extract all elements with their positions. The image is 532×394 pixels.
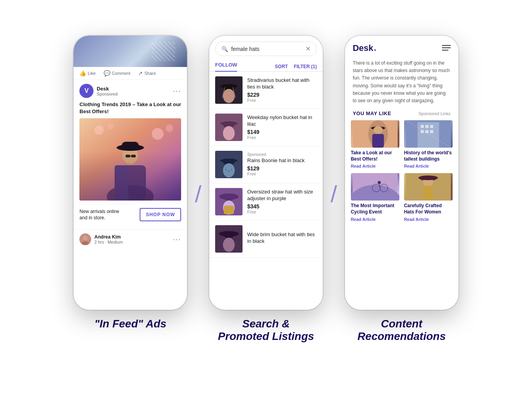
menu-line-2 — [442, 47, 451, 48]
product-price-4: $345 — [247, 203, 317, 210]
fb-more-dots[interactable]: ··· — [173, 87, 181, 95]
search-input-value: female hats — [231, 46, 302, 52]
product-sponsored-3: Sponsored — [247, 152, 317, 157]
desk-logo-dot: . — [374, 42, 376, 54]
product-name-3: Rains Boonie hat in black — [247, 157, 317, 164]
phone2: 🔍 female hats ✕ FOLLOW SORT FILTER (1) — [209, 36, 323, 310]
product-shipping-2: Free — [247, 135, 317, 140]
you-may-like-title: YOU MAY LIKE — [353, 110, 391, 116]
product-item-3[interactable]: Sponsored Rains Boonie hat in black $129… — [209, 146, 323, 183]
product-info-2: Weekday nylon bucket hat in lilac $149 F… — [247, 114, 317, 140]
rec-image-2 — [404, 120, 453, 148]
tab-follow[interactable]: FOLLOW — [215, 62, 237, 72]
desk-logo-text: Desk — [353, 43, 374, 53]
rec-item-2[interactable]: History of the world's tallest buildings… — [404, 120, 453, 168]
svg-point-33 — [231, 169, 232, 170]
phone3-wrapper: Desk. There is a lot of exciting stuff g… — [345, 36, 458, 343]
rec-read-4[interactable]: Read Article — [404, 217, 453, 222]
svg-rect-41 — [224, 232, 234, 238]
svg-rect-7 — [115, 165, 128, 201]
you-may-like-header: YOU MAY LIKE Sponsored Links — [345, 110, 458, 120]
svg-point-15 — [83, 236, 88, 240]
rec-read-1[interactable]: Read Article — [351, 164, 399, 168]
comment-icon: 💬 — [104, 70, 110, 76]
product-shipping-3: Free — [247, 172, 317, 176]
product-price-1: $229 — [247, 92, 317, 98]
product-item-2[interactable]: Weekday nylon bucket hat in lilac $149 F… — [209, 109, 323, 146]
search-bar[interactable]: 🔍 female hats ✕ — [215, 42, 317, 56]
phone3: Desk. There is a lot of exciting stuff g… — [345, 36, 458, 310]
separator-2: / — [331, 181, 337, 208]
svg-point-20 — [223, 89, 235, 103]
product-image-4 — [215, 188, 243, 215]
svg-rect-38 — [224, 206, 234, 214]
fb-actions-row: 👍 Like 💬 Comment ↗ Share — [74, 67, 187, 80]
fb-post-footer: New arrivals onlineand in store. SHOP NO… — [79, 204, 181, 225]
product-item-1[interactable]: Stradivarius bucket hat with ties in bla… — [209, 72, 323, 109]
search-icon: 🔍 — [221, 46, 228, 52]
shop-now-button[interactable]: SHOP NOW — [140, 208, 181, 221]
product-item-4[interactable]: Oversized straw hat with size adjuster i… — [209, 183, 323, 220]
svg-point-67 — [418, 175, 438, 180]
woman-hat-svg — [79, 118, 181, 201]
rec-image-1 — [351, 120, 399, 148]
product-name-5: Wide brim bucket hat with ties in black — [247, 231, 317, 245]
svg-rect-6 — [115, 165, 146, 201]
rec-title-1: Take a Look at our Best Offers! — [351, 150, 399, 162]
svg-point-42 — [223, 238, 235, 252]
svg-point-26 — [223, 126, 235, 140]
phone2-content: 🔍 female hats ✕ FOLLOW SORT FILTER (1) — [209, 36, 323, 310]
tab-sort[interactable]: SORT — [275, 64, 288, 69]
product-name-4: Oversized straw hat with size adjuster i… — [247, 189, 317, 202]
svg-point-32 — [228, 170, 230, 172]
rec-item-3[interactable]: The Most Important Cycling Event Read Ar… — [351, 173, 399, 221]
fb-like-action[interactable]: 👍 Like — [79, 70, 95, 76]
svg-point-62 — [377, 181, 381, 184]
phone2-inner: 🔍 female hats ✕ FOLLOW SORT FILTER (1) — [209, 36, 323, 310]
search-clear-button[interactable]: ✕ — [306, 45, 311, 52]
share-label: Share — [144, 71, 156, 76]
product-info-4: Oversized straw hat with size adjuster i… — [247, 189, 317, 215]
desk-logo: Desk. — [353, 42, 377, 54]
hamburger-menu-icon[interactable] — [442, 45, 451, 51]
fb-header-image — [74, 36, 187, 67]
product-price-3: $129 — [247, 165, 317, 172]
product-shipping-4: Free — [247, 210, 317, 214]
phone1: 👍 Like 💬 Comment ↗ Share — [74, 36, 187, 310]
like-icon: 👍 — [79, 70, 86, 76]
fb-post-image — [79, 118, 181, 201]
rec-read-3[interactable]: Read Article — [351, 217, 399, 222]
product-price-2: $149 — [247, 129, 317, 135]
svg-point-4 — [165, 124, 173, 132]
separator-1: / — [195, 181, 201, 208]
rec-title-2: History of the world's tallest buildings — [404, 150, 453, 162]
fb-bottom-avatar — [79, 233, 91, 245]
rec-read-2[interactable]: Read Article — [404, 164, 453, 168]
phone2-label: Search &Promoted Listings — [218, 318, 314, 343]
fb-comment-action[interactable]: 💬 Comment — [104, 70, 131, 76]
svg-rect-47 — [372, 134, 384, 148]
svg-point-31 — [225, 169, 227, 170]
search-tabs: FOLLOW SORT FILTER (1) — [209, 62, 323, 72]
product-info-1: Stradivarius bucket hat with ties in bla… — [247, 77, 317, 103]
phone1-content: 👍 Like 💬 Comment ↗ Share — [74, 36, 187, 310]
svg-rect-52 — [430, 125, 433, 128]
fb-bottom-row: Andrea Kim 2 hrs · Medium ··· — [74, 229, 187, 249]
fb-post-title: Clothing Trends 2019 – Take a Look at ou… — [79, 101, 181, 115]
fb-bottom-dots[interactable]: ··· — [173, 235, 181, 244]
menu-line-1 — [442, 45, 451, 46]
share-icon: ↗ — [138, 70, 143, 76]
search-tab-actions: SORT FILTER (1) — [275, 64, 317, 69]
svg-rect-12 — [131, 155, 136, 157]
svg-rect-50 — [421, 125, 424, 128]
fb-bottom-meta: 2 hrs · Medium — [94, 240, 170, 244]
sponsored-links-label: Sponsored Links — [419, 111, 451, 116]
rec-item-1[interactable]: Take a Look at our Best Offers! Read Art… — [351, 120, 399, 168]
desk-header: Desk. — [345, 36, 458, 60]
product-item-5[interactable]: Wide brim bucket hat with ties in black — [209, 220, 323, 258]
fb-bottom-name: Andrea Kim — [94, 234, 170, 240]
rec-title-4: Carefully Crafted Hats For Women — [404, 203, 453, 215]
rec-item-4[interactable]: Carefully Crafted Hats For Women Read Ar… — [404, 173, 453, 221]
fb-share-action[interactable]: ↗ Share — [138, 70, 156, 76]
tab-filter[interactable]: FILTER (1) — [294, 64, 317, 69]
